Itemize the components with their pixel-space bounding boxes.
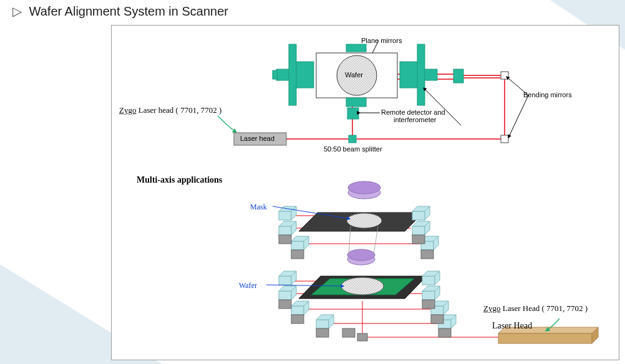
svg-point-34 <box>348 181 380 194</box>
remote-detector-label-1: Remote detector and <box>381 108 445 116</box>
svg-rect-25 <box>346 98 366 107</box>
page-title: Wafer Alignment System in Scanner <box>29 4 228 18</box>
svg-rect-41 <box>291 241 304 250</box>
wafer-arrow-label: Wafer <box>239 281 257 290</box>
svg-rect-94 <box>279 300 291 309</box>
svg-rect-97 <box>342 328 355 337</box>
svg-rect-24 <box>346 44 366 52</box>
svg-rect-7 <box>501 135 508 143</box>
mask-arrow-label: Mask <box>250 203 267 212</box>
svg-rect-47 <box>412 226 425 235</box>
svg-rect-95 <box>291 315 304 323</box>
svg-rect-70 <box>279 276 291 285</box>
svg-rect-79 <box>316 320 329 328</box>
svg-rect-54 <box>291 250 304 259</box>
svg-rect-55 <box>412 235 425 244</box>
page-title-row: ▷ Wafer Alignment System in Scanner <box>12 4 228 19</box>
bending-mirrors-label: Bending mirrors <box>523 91 572 98</box>
svg-rect-3 <box>349 135 356 143</box>
svg-rect-23 <box>417 44 425 105</box>
multi-axis-title: Multi-axis applications <box>137 175 222 185</box>
beam-splitter-label: 50:50 beam splitter <box>324 145 382 153</box>
svg-rect-103 <box>498 333 592 343</box>
svg-rect-100 <box>431 315 443 323</box>
svg-rect-20 <box>273 70 278 79</box>
wafer-label-top: Wafer <box>345 71 363 79</box>
svg-point-32 <box>347 213 382 228</box>
zygo-prefix-bottom: Zygo <box>483 304 500 313</box>
svg-rect-99 <box>422 300 435 309</box>
svg-rect-19 <box>289 44 296 105</box>
page-root: ▷ Wafer Alignment System in Scanner Zygo… <box>0 0 625 364</box>
svg-rect-82 <box>422 276 435 285</box>
svg-point-69 <box>341 277 384 295</box>
svg-rect-35 <box>279 211 291 220</box>
svg-rect-96 <box>316 328 329 337</box>
svg-rect-98 <box>357 333 367 341</box>
laser-head-label-bottom: Laser Head <box>492 321 532 331</box>
svg-rect-73 <box>279 291 291 300</box>
svg-rect-21 <box>400 62 419 88</box>
svg-rect-44 <box>412 211 425 220</box>
svg-point-58 <box>347 249 375 261</box>
svg-rect-101 <box>438 328 451 337</box>
svg-rect-9 <box>501 72 508 79</box>
multi-axis-group <box>266 181 598 343</box>
svg-rect-12 <box>453 69 463 83</box>
zygo-label-bottom: Zygo Laser Head ( 7701, 7702 ) <box>483 304 588 314</box>
svg-rect-5 <box>347 108 359 119</box>
remote-detector-label-2: interferometer <box>394 116 436 123</box>
svg-rect-17 <box>295 62 314 88</box>
svg-rect-85 <box>422 291 435 300</box>
triangle-bullet-icon: ▷ <box>12 4 22 19</box>
svg-rect-56 <box>421 250 434 259</box>
svg-rect-76 <box>291 306 304 315</box>
zygo-rest-bottom: Laser Head ( 7701, 7702 ) <box>500 304 588 313</box>
diagram-container: Zygo Laser head ( 7701, 7702 ) <box>111 25 619 360</box>
plane-mirrors-label: Plane mirrors <box>361 37 402 44</box>
svg-rect-53 <box>279 235 291 244</box>
svg-rect-38 <box>279 226 291 235</box>
laser-head-box-label: Laser head <box>240 135 274 142</box>
